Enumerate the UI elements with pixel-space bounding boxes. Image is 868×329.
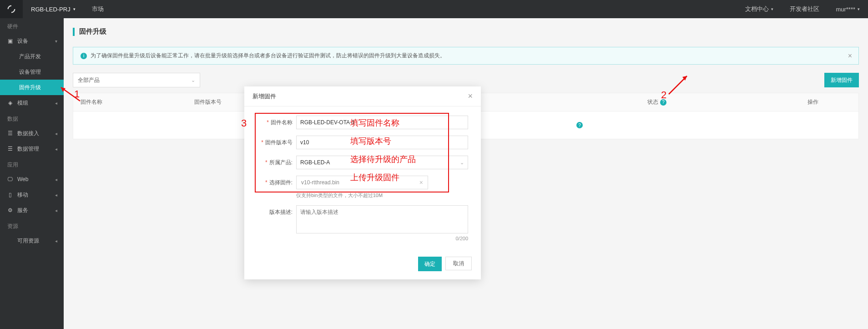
chevron-left-icon: ◂ [55,177,57,182]
cube-icon: ◈ [6,100,14,106]
label-file: *选择固件: [257,176,293,187]
sidebar-item-service[interactable]: ⚙服务 ◂ [0,202,64,218]
info-icon: i [81,53,87,59]
help-icon[interactable]: ? [660,99,666,106]
file-name: v10-rtthread.bin [301,179,339,186]
project-selector[interactable]: RGB-LED-PRJ ▾ [23,0,84,18]
firmware-name-input[interactable] [296,116,468,129]
page-title: 固件升级 [79,27,106,36]
th-status: 状态 ? [640,98,767,106]
firmware-version-input[interactable] [296,136,468,149]
sidebar-item-data-access[interactable]: ☰数据接入 ◂ [0,126,64,141]
modal-title: 新增固件 [252,92,276,101]
chevron-down-icon: ▾ [73,7,76,11]
confirm-button[interactable]: 确定 [418,257,442,271]
th-action: 操作 [767,98,858,106]
nav-market[interactable]: 市场 [84,0,112,18]
chevron-down-icon: ⌄ [460,160,464,166]
list-icon: ☰ [6,130,14,137]
chevron-down-icon: ▾ [771,7,773,11]
modal-header: 新增固件 × [244,86,481,106]
file-upload-box[interactable]: v10-rtthread.bin × [296,176,428,189]
nav-dev-community[interactable]: 开发者社区 [782,0,828,18]
user-menu[interactable]: mur**** ▾ [828,0,868,18]
file-hint: 仅支持bin类型的文件，大小不超过10M [296,192,468,199]
sidebar-item-module[interactable]: ◈模组 ◂ [0,95,64,111]
new-firmware-modal: 新增固件 × *固件名称 *固件版本号 *所属产品: RGB-LED-A ⌄ *… [244,86,481,279]
sidebar-item-mobile[interactable]: ▯移动 ◂ [0,187,64,202]
label-firmware-version: *固件版本号 [257,136,293,147]
chevron-down-icon: ⌄ [191,77,195,83]
logo[interactable] [0,0,23,18]
modal-close[interactable]: × [468,91,473,101]
sidebar-section-data: 数据 [0,111,64,126]
new-firmware-button[interactable]: 新增固件 [824,73,859,87]
list-icon: ☰ [6,146,14,152]
sidebar-item-product-dev[interactable]: 产品开发 [0,49,64,64]
label-firmware-name: *固件名称 [257,116,293,127]
sidebar: 硬件 ▣设备 ▾ 产品开发 设备管理 固件升级 ◈模组 ◂ 数据 ☰数据接入 ◂… [0,18,64,329]
product-filter-select[interactable]: 全部产品 ⌄ [73,73,200,87]
chevron-down-icon: ▾ [55,39,57,44]
chevron-down-icon: ▾ [858,7,860,11]
chevron-left-icon: ◂ [55,131,57,136]
sidebar-item-device[interactable]: ▣设备 ▾ [0,33,64,49]
phone-icon: ▯ [6,192,14,198]
sidebar-item-device-mgmt[interactable]: 设备管理 [0,64,64,80]
modal-footer: 确定 取消 [244,251,481,279]
file-remove-icon[interactable]: × [419,179,423,186]
page-title-bar: 固件升级 [73,27,859,36]
chevron-left-icon: ◂ [55,208,57,213]
nav-doc-center[interactable]: 文档中心 ▾ [737,0,782,18]
char-count: 0/200 [296,236,468,241]
sidebar-item-firmware-upgrade[interactable]: 固件升级 [0,80,64,95]
device-icon: ▣ [6,38,14,44]
info-banner: i 为了确保固件批量升级后设备能正常工作，请在批量升级前选择单台或者多台设备进行… [73,47,859,65]
puzzle-icon: ⚙ [6,207,14,213]
chevron-left-icon: ◂ [55,147,57,152]
monitor-icon: 🖵 [6,176,14,182]
help-icon[interactable]: ? [576,122,583,128]
cancel-button[interactable]: 取消 [445,257,472,270]
project-name: RGB-LED-PRJ [31,6,71,13]
sidebar-item-available-resource[interactable]: 可用资源 ◂ [0,233,64,248]
topbar: RGB-LED-PRJ ▾ 市场 文档中心 ▾ 开发者社区 mur**** ▾ [0,0,868,18]
th-name: 固件名称 [73,98,187,106]
sidebar-section-hardware: 硬件 [0,18,64,33]
chevron-left-icon: ◂ [55,238,57,243]
label-product: *所属产品: [257,156,293,167]
label-desc: 版本描述: [257,205,293,216]
banner-text: 为了确保固件批量升级后设备能正常工作，请在批量升级前选择单台或者多台设备进行验证… [91,52,445,60]
banner-close[interactable]: × [848,52,852,60]
toolbar: 全部产品 ⌄ 新增固件 [73,73,859,87]
chevron-left-icon: ◂ [55,192,57,197]
sidebar-section-resource: 资源 [0,218,64,233]
sidebar-item-web[interactable]: 🖵Web ◂ [0,172,64,187]
chevron-left-icon: ◂ [55,101,57,106]
product-select[interactable]: RGB-LED-A ⌄ [296,156,468,169]
desc-textarea[interactable] [296,205,468,233]
sidebar-section-app: 应用 [0,157,64,172]
sidebar-item-data-mgmt[interactable]: ☰数据管理 ◂ [0,141,64,157]
